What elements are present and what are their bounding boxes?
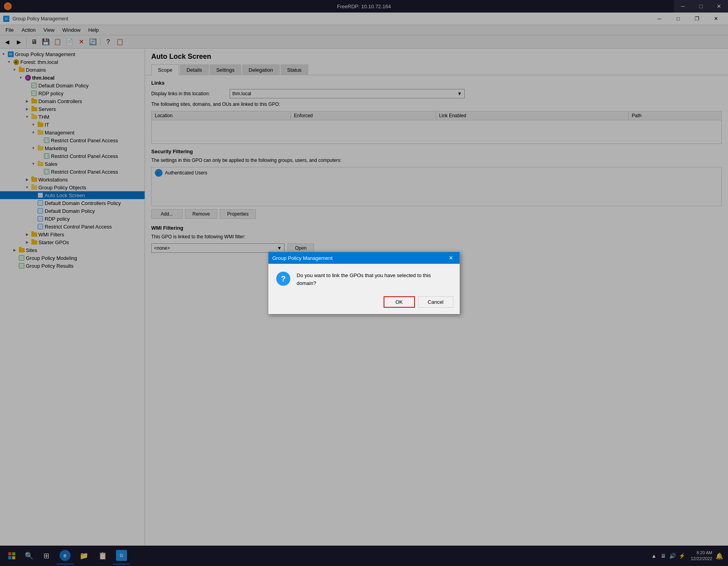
dialog-box: Group Policy Management ✕ ? Do you want …	[268, 252, 460, 314]
dialog-titlebar: Group Policy Management ✕	[268, 252, 460, 264]
dialog-ok-btn[interactable]: OK	[384, 296, 415, 308]
dialog-overlay: Group Policy Management ✕ ? Do you want …	[0, 0, 728, 566]
dialog-close-btn[interactable]: ✕	[446, 253, 456, 263]
dialog-question-icon: ?	[276, 272, 290, 286]
dialog-buttons: OK Cancel	[268, 293, 460, 314]
dialog-message-line2: domain?	[297, 280, 316, 286]
dialog-body: ? Do you want to link the GPOs that you …	[268, 264, 460, 293]
dialog-icon-label: ?	[281, 274, 286, 283]
dialog-message-line1: Do you want to link the GPOs that you ha…	[297, 272, 431, 278]
dialog-title: Group Policy Management	[272, 255, 333, 261]
dialog-message: Do you want to link the GPOs that you ha…	[297, 272, 431, 287]
dialog-cancel-btn[interactable]: Cancel	[418, 296, 453, 308]
